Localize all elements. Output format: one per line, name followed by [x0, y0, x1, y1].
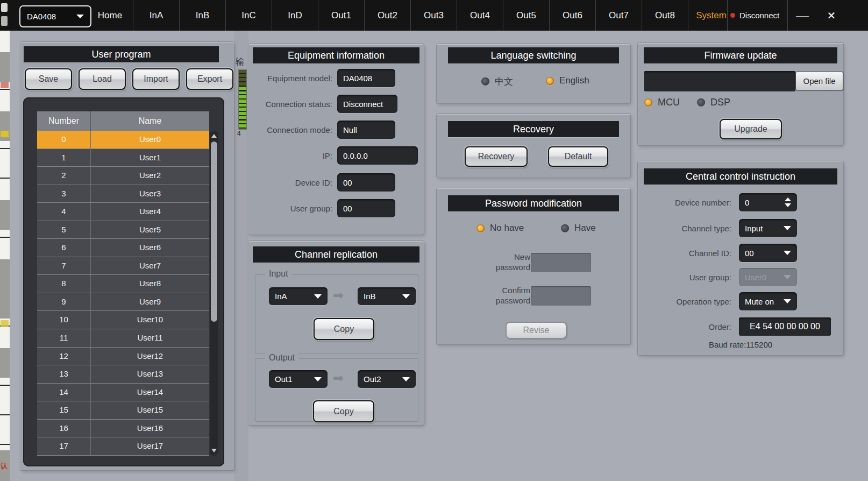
- order-value: E4 54 00 00 00 00: [739, 317, 831, 336]
- tab-ina[interactable]: InA: [133, 0, 179, 31]
- radio-dsp[interactable]: [697, 98, 705, 107]
- tab-inb[interactable]: InB: [179, 0, 225, 31]
- load-button[interactable]: Load: [79, 68, 126, 90]
- firmware-mcu-option[interactable]: MCU: [644, 97, 680, 108]
- open-file-button[interactable]: Open file: [795, 72, 843, 90]
- password-nohave-option[interactable]: No have: [476, 223, 524, 234]
- firmware-file-path-input[interactable]: [644, 71, 795, 91]
- confirm-password-input[interactable]: [531, 286, 591, 306]
- table-row[interactable]: 11 User11: [37, 329, 209, 348]
- radio-no-have[interactable]: [476, 224, 485, 232]
- spinner-down-icon[interactable]: [785, 203, 791, 207]
- copy-input-button[interactable]: Copy: [314, 318, 374, 340]
- app-window: 认 DA0408 Home InA InB InC InD Out1 Out2 …: [0, 0, 868, 481]
- revise-button[interactable]: Revise: [506, 322, 567, 339]
- upgrade-button[interactable]: Upgrade: [720, 119, 782, 139]
- tab-out2[interactable]: Out2: [364, 0, 410, 31]
- export-button[interactable]: Export: [186, 68, 233, 90]
- copy-output-button[interactable]: Copy: [313, 400, 374, 422]
- panel-title: Recovery: [448, 121, 619, 137]
- table-row[interactable]: 14 User14: [37, 384, 209, 402]
- tab-out8[interactable]: Out8: [642, 0, 688, 31]
- spinner-up-icon[interactable]: [785, 197, 791, 201]
- tab-out5[interactable]: Out5: [503, 0, 549, 31]
- chevron-down-icon: [784, 299, 791, 303]
- output-target-dropdown[interactable]: Out2: [358, 370, 416, 388]
- user-program-panel: User program Save Load Import Export Num…: [20, 42, 234, 470]
- scroll-up-icon[interactable]: [211, 134, 217, 138]
- device-number-spinner[interactable]: 0: [739, 193, 797, 211]
- firmware-dsp-option[interactable]: DSP: [697, 97, 730, 108]
- input-source-dropdown[interactable]: InA: [269, 287, 328, 305]
- confirm-password-label: Confirm password: [458, 285, 530, 306]
- radio-have-label[interactable]: Have: [574, 223, 596, 234]
- password-have-option[interactable]: Have: [561, 223, 596, 234]
- table-row[interactable]: 5 User5: [37, 221, 209, 239]
- radio-mcu[interactable]: [644, 98, 652, 107]
- minimize-button[interactable]: —: [791, 0, 814, 31]
- background-highlight: [1, 131, 9, 137]
- arrow-right-icon: ➡: [333, 289, 344, 302]
- device-selector-dropdown[interactable]: DA0408: [19, 5, 91, 27]
- column-header-name: Name: [91, 111, 209, 131]
- new-password-input[interactable]: [531, 253, 591, 272]
- output-source-dropdown[interactable]: Out1: [269, 370, 328, 388]
- table-row[interactable]: 2 User2: [37, 167, 209, 185]
- input-target-dropdown[interactable]: InB: [358, 287, 416, 305]
- equipment-information-panel: Equipment information Equipment model: D…: [248, 44, 424, 235]
- radio-chinese[interactable]: [481, 77, 489, 86]
- row-name: User12: [91, 348, 209, 365]
- radio-dsp-label[interactable]: DSP: [710, 97, 730, 108]
- radio-english[interactable]: [546, 77, 554, 85]
- tab-out3[interactable]: Out3: [410, 0, 457, 31]
- channel-replication-panel: Channel replication Input InA ➡ InB Copy…: [248, 241, 424, 425]
- tab-out7[interactable]: Out7: [595, 0, 642, 31]
- table-row[interactable]: 6 User6: [37, 239, 209, 257]
- close-button[interactable]: ✕: [820, 0, 843, 31]
- tab-out1[interactable]: Out1: [318, 0, 364, 31]
- language-chinese-option[interactable]: 中文: [481, 75, 513, 88]
- chevron-down-icon: [314, 377, 322, 381]
- default-button[interactable]: Default: [548, 146, 608, 167]
- recovery-button[interactable]: Recovery: [465, 146, 528, 167]
- tab-inc[interactable]: InC: [225, 0, 272, 31]
- panel-title: Channel replication: [253, 246, 419, 263]
- chevron-down-icon: [784, 275, 791, 279]
- table-row[interactable]: 15 User15: [37, 401, 209, 420]
- table-row[interactable]: 8 User8: [37, 275, 209, 293]
- tab-home[interactable]: Home: [87, 0, 133, 31]
- table-row[interactable]: 12 User12: [37, 348, 209, 366]
- radio-no-have-label[interactable]: No have: [490, 223, 524, 234]
- save-button[interactable]: Save: [25, 68, 72, 90]
- scroll-down-icon[interactable]: [211, 449, 217, 452]
- table-row[interactable]: 13 User13: [37, 365, 209, 384]
- user-group-value: 00: [337, 199, 395, 217]
- table-row[interactable]: 10 User10: [37, 311, 209, 329]
- radio-english-label[interactable]: English: [559, 75, 589, 86]
- spinner-arrows-icon[interactable]: [785, 197, 791, 207]
- table-row[interactable]: 0 User0: [37, 131, 209, 149]
- radio-mcu-label[interactable]: MCU: [658, 97, 680, 108]
- language-english-option[interactable]: English: [546, 75, 589, 86]
- operation-type-dropdown[interactable]: Mute on: [739, 292, 797, 310]
- scrollbar-thumb[interactable]: [211, 142, 217, 322]
- table-row[interactable]: 4 User4: [37, 203, 209, 221]
- tab-out6[interactable]: Out6: [549, 0, 595, 31]
- channel-id-dropdown[interactable]: 00: [739, 244, 797, 262]
- radio-chinese-label[interactable]: 中文: [495, 75, 513, 88]
- tab-out4[interactable]: Out4: [457, 0, 503, 31]
- table-row[interactable]: 17 User17: [37, 437, 209, 456]
- operation-type-label: Operation type:: [638, 297, 731, 306]
- channel-type-dropdown[interactable]: Input: [739, 219, 797, 237]
- table-row[interactable]: 3 User3: [37, 185, 209, 203]
- background-row: [0, 52, 10, 82]
- table-row[interactable]: 7 User7: [37, 257, 209, 275]
- radio-have[interactable]: [561, 224, 569, 232]
- table-row[interactable]: 16 User16: [37, 420, 209, 438]
- table-row[interactable]: 1 User1: [37, 149, 209, 167]
- tab-ind[interactable]: InD: [272, 0, 318, 31]
- connection-mode-label: Connection mode:: [254, 125, 332, 135]
- table-row[interactable]: 9 User9: [37, 293, 209, 312]
- table-scrollbar[interactable]: [210, 131, 218, 456]
- import-button[interactable]: Import: [132, 68, 180, 90]
